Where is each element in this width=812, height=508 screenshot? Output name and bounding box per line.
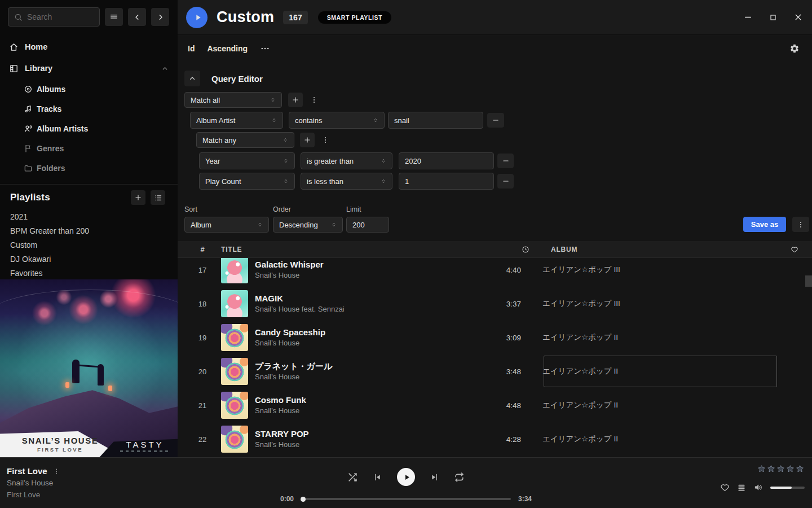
seek-bar[interactable] [301,498,511,500]
sidebar-item-album-artists[interactable]: Album Artists [0,119,178,138]
main-content: Custom 167 SMART PLAYLIST Id Ascending Q… [178,0,812,457]
add-playlist-button[interactable] [131,190,145,205]
sort-select[interactable]: Album [184,217,269,233]
forward-button[interactable] [151,8,169,26]
rating-star[interactable] [796,465,804,473]
rating-star[interactable] [757,465,766,473]
play-playlist-button[interactable] [186,7,208,28]
column-header-duration[interactable] [483,246,533,253]
rule-field-select[interactable]: Year [199,152,295,169]
menu-button[interactable] [105,8,123,26]
remove-rule-button[interactable] [497,174,514,189]
remove-rule-button[interactable] [487,113,504,128]
track-artist: Snail’s House [255,405,469,416]
search-box[interactable] [8,7,100,27]
rule-value-input[interactable] [388,112,483,129]
rule-field-select[interactable]: Album Artist [190,112,283,129]
sort-field-button[interactable]: Id [188,44,195,53]
save-as-button[interactable]: Save as [743,217,786,232]
sidebar-item-label: Genres [37,144,64,153]
next-button[interactable] [430,472,439,482]
table-row[interactable]: 19 Candy SpaceshipSnail’s House 3:09 エイリ… [178,321,812,354]
repeat-button[interactable] [454,472,465,483]
track-title: STARRY POP [255,428,469,439]
group-menu-button[interactable] [320,133,330,147]
sidebar-item-label: Album Artists [37,124,88,133]
playlist-item[interactable]: DJ Okawari [0,252,178,266]
artwork-label: TASTY [118,440,172,449]
volume-slider[interactable] [770,487,805,489]
sidebar-item-label: Library [25,64,52,73]
track-artist: Snail’s House [255,270,469,281]
track-artist: Snail’s House feat. Sennzai [255,304,469,314]
sort-label: Sort [184,205,197,213]
minimize-button[interactable] [743,12,753,22]
now-playing-album: First Love [7,491,40,499]
playlist-item[interactable]: Favorites [0,266,178,280]
settings-button[interactable] [789,43,800,54]
sidebar-item-albums[interactable]: Albums [0,79,178,99]
add-rule-button[interactable] [300,133,315,147]
query-editor-collapse-button[interactable] [184,71,200,86]
remove-rule-icon [502,177,510,185]
select-caret-icon [283,136,288,144]
match-type-select[interactable]: Match all [184,92,282,108]
search-input[interactable] [27,12,94,21]
playlist-item[interactable]: 2021 [0,209,178,224]
track-title: Galactic Whisper [255,259,469,270]
playlist-item[interactable]: Custom [0,238,178,252]
more-options-button[interactable] [260,43,270,54]
previous-button[interactable] [373,472,382,482]
volume-button[interactable] [753,483,763,492]
table-row[interactable]: 21 Cosmo FunkSnail’s House 4:48 エイリアン☆ポッ… [178,388,812,422]
limit-input[interactable] [346,217,389,233]
sidebar-item-genres[interactable]: Genres [0,138,178,158]
column-header-title[interactable]: TITLE [221,246,483,253]
close-button[interactable] [793,12,803,22]
queue-button[interactable] [737,483,746,492]
playlist-view-button[interactable] [151,190,165,205]
match-type-select[interactable]: Match any [196,132,294,148]
table-row[interactable]: 20 プラネット・ガールSnail’s House 3:48 エイリアン☆ポップ… [178,354,812,388]
track-number: 18 [186,300,219,308]
group-menu-button[interactable] [309,93,319,107]
now-playing-artwork[interactable]: SNAIL’S HOUSE FIRST LOVE TASTY [0,279,178,457]
shuffle-button[interactable] [347,472,358,483]
table-row[interactable]: 22 STARRY POPSnail’s House 4:28 エイリアン☆ポッ… [178,422,812,456]
rating-star[interactable] [767,465,775,473]
rating-star[interactable] [786,465,795,473]
maximize-button[interactable] [769,13,778,22]
rule-value-input[interactable] [399,173,494,190]
scrollbar-thumb[interactable] [805,275,812,287]
rule-field-select[interactable]: Play Count [199,173,295,190]
rating-star[interactable] [776,465,785,473]
column-header-album[interactable]: ALBUM [551,246,776,253]
sidebar-item-home[interactable]: Home [0,36,178,58]
column-header-number[interactable]: # [186,245,219,253]
chevron-up-icon[interactable] [161,65,169,72]
favorite-button[interactable] [720,483,730,492]
track-menu-button[interactable] [53,467,60,475]
save-menu-button[interactable] [792,217,809,232]
play-pause-button[interactable] [397,468,415,486]
column-header-favorite[interactable] [776,246,812,253]
order-select[interactable]: Descending [273,217,343,233]
back-button[interactable] [128,8,146,26]
play-icon [193,13,202,22]
maximize-icon [769,13,778,22]
remove-rule-button[interactable] [497,154,514,168]
track-album: エイリアン☆ポップ II [542,434,768,444]
add-rule-button[interactable] [288,93,303,107]
rule-operator-select[interactable]: is less than [301,173,392,190]
rule-operator-select[interactable]: contains [289,112,385,129]
seek-handle[interactable] [301,497,306,502]
rule-value-input[interactable] [399,152,494,169]
rule-operator-select[interactable]: is greater than [301,152,392,169]
sidebar-item-folders[interactable]: Folders [0,158,178,178]
playlist-item[interactable]: BPM Greater than 200 [0,224,178,238]
table-row[interactable]: 18 MAGIKSnail’s House feat. Sennzai 3:37… [178,287,812,321]
table-row[interactable]: 17 Galactic WhisperSnail’s House 4:40 エイ… [178,258,812,287]
sidebar-item-library[interactable]: Library [0,58,178,79]
sort-order-button[interactable]: Ascending [207,44,248,53]
sidebar-item-tracks[interactable]: Tracks [0,99,178,119]
